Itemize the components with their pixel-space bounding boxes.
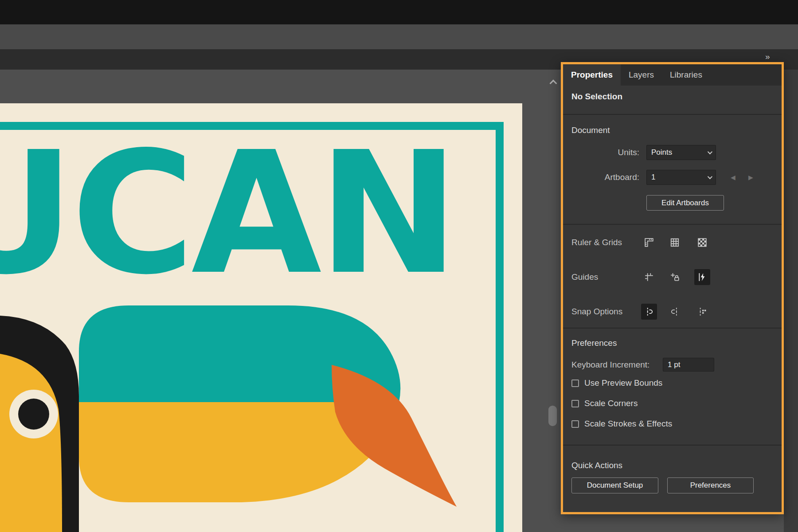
- scale-corners-label: Scale Corners: [584, 399, 638, 408]
- snap-options-label: Snap Options: [571, 303, 622, 321]
- scale-strokes-effects-checkbox[interactable]: [571, 420, 579, 428]
- divider: [563, 224, 782, 225]
- scale-corners-checkbox[interactable]: [571, 400, 579, 407]
- transparency-grid-icon: [697, 238, 707, 247]
- smart-guides-icon: [697, 272, 707, 282]
- canvas-scrollbar-thumb[interactable]: [548, 406, 557, 426]
- divider: [563, 114, 782, 115]
- use-preview-bounds-checkbox[interactable]: [571, 379, 579, 387]
- selection-status: No Selection: [571, 92, 622, 102]
- snap-to-point-icon: [697, 307, 707, 317]
- show-rulers-button[interactable]: [641, 235, 657, 250]
- divider: [563, 328, 782, 329]
- show-transparency-grid-button[interactable]: [694, 235, 710, 250]
- units-label: Units:: [563, 145, 639, 160]
- keyboard-increment-input[interactable]: 1 pt: [663, 358, 714, 372]
- use-preview-bounds-label: Use Preview Bounds: [584, 378, 662, 388]
- chevron-down-icon: [708, 174, 712, 179]
- snap-to-grid-button[interactable]: [641, 304, 657, 320]
- previous-artboard-button[interactable]: ◀: [731, 174, 735, 181]
- panel-tab-bar: Properties Layers Libraries: [563, 64, 782, 86]
- units-dropdown[interactable]: Points: [646, 145, 716, 160]
- next-artboard-button[interactable]: ▶: [748, 174, 753, 181]
- document-section-title: Document: [571, 125, 610, 135]
- lock-guides-icon: [670, 272, 680, 282]
- guides-icon: [644, 272, 654, 282]
- scale-strokes-effects-row[interactable]: Scale Strokes & Effects: [571, 418, 672, 430]
- snap-to-pixel-button[interactable]: [667, 304, 683, 320]
- smart-guides-button[interactable]: [694, 269, 710, 285]
- tab-properties[interactable]: Properties: [563, 64, 621, 86]
- toucan-eye-pupil: [18, 399, 49, 430]
- quick-actions-title: Quick Actions: [571, 461, 622, 470]
- use-preview-bounds-row[interactable]: Use Preview Bounds: [571, 377, 662, 389]
- poster-headline-text: UCAN: [0, 115, 456, 312]
- document-setup-button[interactable]: Document Setup: [571, 477, 658, 493]
- preferences-button[interactable]: Preferences: [667, 477, 754, 493]
- show-guides-button[interactable]: [641, 269, 657, 285]
- units-value: Points: [651, 148, 672, 157]
- snap-to-pixel-icon: [670, 307, 680, 317]
- snap-to-point-button[interactable]: [694, 304, 710, 320]
- artboard-value: 1: [651, 173, 655, 182]
- edit-artboards-button[interactable]: Edit Artboards: [646, 195, 724, 211]
- grid-icon: [670, 238, 680, 247]
- keyboard-increment-label: Keyboard Increment:: [571, 358, 649, 372]
- preferences-section-title: Preferences: [571, 338, 617, 348]
- artboard-label: Artboard:: [563, 170, 639, 185]
- tab-libraries[interactable]: Libraries: [662, 64, 710, 86]
- keyboard-increment-value: 1 pt: [668, 360, 680, 369]
- panel-expand-button[interactable]: »: [765, 52, 771, 62]
- menu-bar: [0, 0, 798, 24]
- properties-panel: Properties Layers Libraries No Selection…: [561, 62, 784, 514]
- show-grid-button[interactable]: [667, 235, 683, 250]
- ruler-grids-label: Ruler & Grids: [571, 234, 622, 251]
- artboard[interactable]: UCAN: [0, 103, 522, 532]
- corner-ruler-icon: [644, 238, 654, 247]
- scale-strokes-effects-label: Scale Strokes & Effects: [584, 419, 672, 429]
- snap-to-grid-icon: [644, 307, 654, 317]
- divider: [563, 445, 782, 446]
- tab-layers[interactable]: Layers: [621, 64, 662, 86]
- app-bar: Essentials Search Adobe Stock: [0, 24, 798, 49]
- guides-label: Guides: [571, 268, 598, 286]
- chevron-down-icon: [708, 149, 712, 154]
- artboard-dropdown[interactable]: 1: [646, 170, 716, 185]
- lock-guides-button[interactable]: [667, 269, 683, 285]
- right-edge-strip: [784, 70, 798, 532]
- scale-corners-row[interactable]: Scale Corners: [571, 398, 638, 409]
